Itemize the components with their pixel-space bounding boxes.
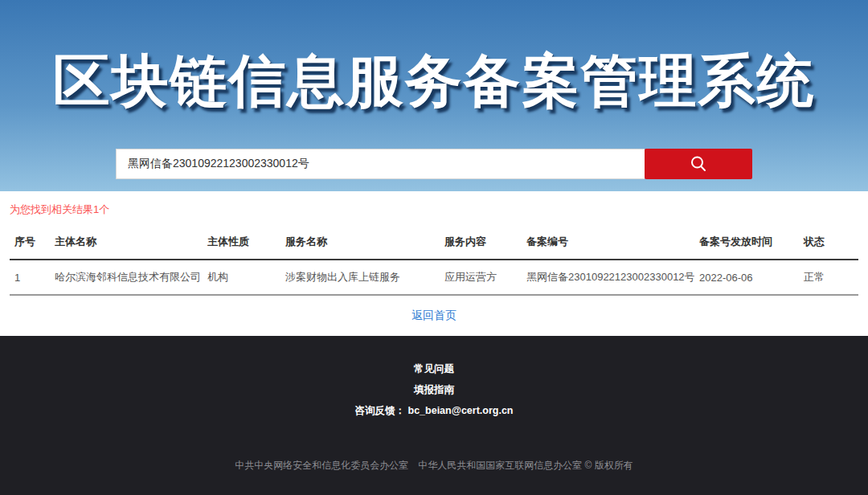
cell-service-name: 涉案财物出入库上链服务 (280, 260, 440, 295)
search-bar (116, 149, 752, 179)
hero-banner: 区块链信息服务备案管理系统 (0, 0, 868, 191)
page-title: 区块链信息服务备案管理系统 (0, 0, 868, 112)
col-header-status: 状态 (799, 227, 858, 260)
col-header-service-content: 服务内容 (440, 227, 522, 260)
footer-link-faq[interactable]: 常见问题 (0, 362, 868, 376)
footer-link-guide[interactable]: 填报指南 (0, 383, 868, 397)
cell-filing-number: 黑网信备23010922123002330012号 (522, 260, 694, 295)
copyright-text: 中共中央网络安全和信息化委员会办公室 中华人民共和国国家互联网信息办公室 © 版… (0, 459, 868, 472)
search-icon (688, 153, 709, 174)
results-section: 为您找到相关结果1个 序号 主体名称 主体性质 服务名称 服务内容 备案编号 备… (0, 191, 868, 336)
back-home-link[interactable]: 返回首页 (411, 309, 457, 321)
col-header-entity-name: 主体名称 (50, 227, 203, 260)
col-header-service-name: 服务名称 (280, 227, 440, 260)
results-table: 序号 主体名称 主体性质 服务名称 服务内容 备案编号 备案号发放时间 状态 1… (10, 227, 858, 296)
search-button[interactable] (645, 149, 752, 179)
cell-entity-type: 机构 (203, 260, 280, 295)
cell-service-content: 应用运营方 (440, 260, 522, 295)
table-row: 1 哈尔滨海邻科信息技术有限公司 机构 涉案财物出入库上链服务 应用运营方 黑网… (10, 260, 858, 295)
col-header-issue-date: 备案号发放时间 (694, 227, 799, 260)
feedback-line: 咨询反馈： bc_beian@cert.org.cn (0, 404, 868, 418)
results-summary: 为您找到相关结果1个 (10, 191, 858, 227)
search-input[interactable] (116, 149, 645, 179)
cell-index: 1 (10, 260, 50, 295)
cell-status: 正常 (799, 260, 858, 295)
feedback-label: 咨询反馈： (355, 405, 406, 416)
cell-entity-name: 哈尔滨海邻科信息技术有限公司 (50, 260, 203, 295)
feedback-email-link[interactable]: bc_beian@cert.org.cn (408, 405, 514, 416)
back-row: 返回首页 (10, 296, 858, 336)
table-header-row: 序号 主体名称 主体性质 服务名称 服务内容 备案编号 备案号发放时间 状态 (10, 227, 858, 260)
col-header-entity-type: 主体性质 (203, 227, 280, 260)
col-header-index: 序号 (10, 227, 50, 260)
cell-issue-date: 2022-06-06 (694, 260, 799, 295)
footer: 常见问题 填报指南 咨询反馈： bc_beian@cert.org.cn 中共中… (0, 336, 868, 495)
col-header-filing-number: 备案编号 (522, 227, 694, 260)
